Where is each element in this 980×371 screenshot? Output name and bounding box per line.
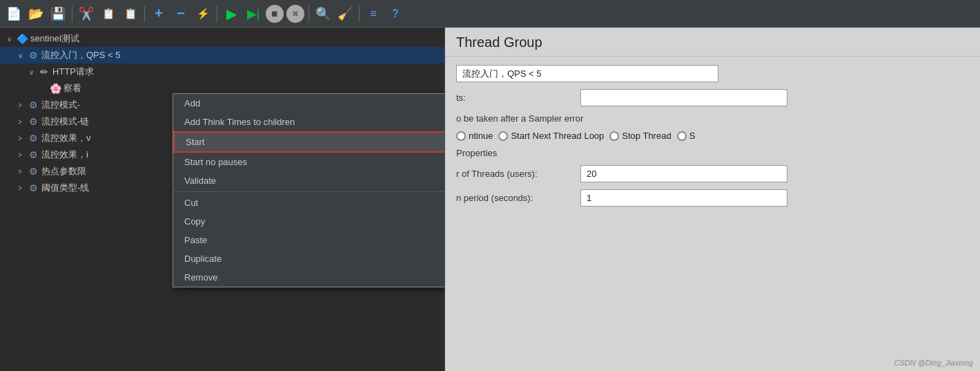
paste-icon[interactable]: 📋 xyxy=(121,4,140,23)
item-5-label: 流控效果，v xyxy=(41,132,91,144)
item-8-icon: ⚙ xyxy=(28,182,39,193)
radio-next-thread-loop-label: Start Next Thread Loop xyxy=(511,131,604,141)
item-3-label: 流控模式- xyxy=(41,99,80,111)
threads-input[interactable] xyxy=(580,165,787,182)
item-4-icon: ⚙ xyxy=(28,116,39,127)
tree-root[interactable]: ∨ 🔷 sentinel测试 xyxy=(0,30,444,47)
menu-item-duplicate[interactable]: Duplicate Ctrl+Shift-C xyxy=(173,249,445,268)
radio-next-thread-loop[interactable]: Start Next Thread Loop xyxy=(498,131,604,141)
item-5-icon: ⚙ xyxy=(28,133,39,144)
folder-icon[interactable]: 📂 xyxy=(26,4,46,23)
toolbar-separator-4 xyxy=(308,6,309,22)
threads-label: r of Threads (users): xyxy=(456,169,580,179)
toolbar: 📄 📂 💾 ✂️ 📋 📋 + − ⚡ ▶ ▶| ⏹ ✖ 🔍 🧹 ≡ ? xyxy=(0,0,980,28)
menu-item-add[interactable]: Add ▶ xyxy=(173,94,445,113)
help-icon[interactable]: ? xyxy=(386,4,405,23)
menu-item-duplicate-label: Duplicate xyxy=(184,254,222,264)
broom-icon[interactable]: 🧹 xyxy=(335,4,355,23)
item-6-icon: ⚙ xyxy=(28,149,39,160)
menu-item-remove-label: Remove xyxy=(184,272,217,283)
item-7-icon: ⚙ xyxy=(28,166,39,177)
root-label: sentinel测试 xyxy=(30,32,79,45)
radio-continue-label: ntinue xyxy=(469,131,493,141)
menu-item-start-no-pauses[interactable]: Start no pauses xyxy=(173,153,445,171)
toolbar-separator-2 xyxy=(144,6,145,22)
play-skip-icon[interactable]: ▶| xyxy=(244,4,263,23)
menu-item-start-no-pauses-label: Start no pauses xyxy=(184,157,247,167)
item-5-chevron: > xyxy=(18,135,28,142)
comments-row: ts: xyxy=(456,89,969,106)
add-icon[interactable]: + xyxy=(149,4,168,23)
ramp-input[interactable] xyxy=(580,189,787,207)
name-input[interactable] xyxy=(456,65,718,82)
threads-row: r of Threads (users): xyxy=(456,165,969,182)
menu-item-think-times-label: Add Think Times to children xyxy=(184,117,295,127)
item-6-chevron: > xyxy=(18,151,28,159)
clear-icon[interactable]: ✖ xyxy=(286,5,304,23)
radio-stop-thread-label: Stop Thread xyxy=(622,131,671,141)
item-7-chevron: > xyxy=(18,168,28,175)
tree-item-1[interactable]: ∨ ✏ HTTP请求 xyxy=(0,64,444,80)
menu-item-cut-label: Cut xyxy=(184,198,198,208)
root-chevron: ∨ xyxy=(7,35,17,43)
radio-stop-test-circle xyxy=(677,131,687,141)
panel-title: Thread Group xyxy=(445,28,980,57)
remote-icon[interactable]: ⚡ xyxy=(193,4,213,23)
item-8-chevron: > xyxy=(18,184,28,192)
error-row: o be taken after a Sampler error xyxy=(456,113,969,124)
properties-label: Properties xyxy=(456,148,580,158)
save-icon[interactable]: 💾 xyxy=(48,4,68,23)
search-icon[interactable]: 🔍 xyxy=(313,4,333,23)
radio-next-thread-loop-circle xyxy=(498,131,508,141)
menu-item-validate[interactable]: Validate xyxy=(173,171,445,190)
menu-item-start[interactable]: Start xyxy=(173,131,445,153)
comments-label: ts: xyxy=(456,93,580,103)
list-icon[interactable]: ≡ xyxy=(364,4,383,23)
error-label: o be taken after a Sampler error xyxy=(456,113,583,124)
item-0-chevron: ∨ xyxy=(18,52,28,59)
item-1-icon: ✏ xyxy=(39,66,50,77)
radio-stop-thread[interactable]: Stop Thread xyxy=(609,131,671,141)
item-2-icon: 🌸 xyxy=(50,83,61,94)
item-6-label: 流控效果，i xyxy=(41,149,88,161)
item-1-label: HTTP请求 xyxy=(52,66,94,78)
radio-stop-test[interactable]: S xyxy=(677,131,696,141)
menu-item-validate-label: Validate xyxy=(184,175,216,186)
radio-stop-test-label: S xyxy=(689,131,696,141)
menu-item-paste[interactable]: Paste Ctrl-V xyxy=(173,231,445,249)
item-1-chevron: ∨ xyxy=(29,68,39,76)
play-icon[interactable]: ▶ xyxy=(222,4,241,23)
radio-continue-circle xyxy=(456,131,466,141)
remove-icon[interactable]: − xyxy=(171,4,190,23)
item-3-icon: ⚙ xyxy=(28,99,39,111)
item-4-label: 流控模式-链 xyxy=(41,115,89,128)
scissors-icon[interactable]: ✂️ xyxy=(77,4,96,23)
menu-item-cut[interactable]: Cut Ctrl-X xyxy=(173,193,445,212)
properties-row: Properties xyxy=(456,148,969,158)
item-0-label: 流控入门，QPS < 5 xyxy=(41,49,121,61)
root-icon: 🔷 xyxy=(17,33,28,44)
item-0-icon: ⚙ xyxy=(28,50,39,61)
menu-item-copy[interactable]: Copy Ctrl-C xyxy=(173,212,445,231)
radio-row: ntinue Start Next Thread Loop Stop Threa… xyxy=(456,131,969,141)
menu-item-start-label: Start xyxy=(186,137,204,147)
panel-content: ts: o be taken after a Sampler error nti… xyxy=(445,57,980,222)
left-panel: ∨ 🔷 sentinel测试 ∨ ⚙ 流控入门，QPS < 5 ∨ ✏ HTTP… xyxy=(0,28,445,371)
new-icon[interactable]: 📄 xyxy=(4,4,23,23)
stop-icon[interactable]: ⏹ xyxy=(266,5,284,23)
menu-separator-1 xyxy=(173,191,445,192)
item-3-chevron: > xyxy=(18,102,28,109)
copy-icon[interactable]: 📋 xyxy=(99,4,118,23)
radio-continue[interactable]: ntinue xyxy=(456,131,493,141)
menu-item-think-times[interactable]: Add Think Times to children xyxy=(173,113,445,131)
menu-item-paste-label: Paste xyxy=(184,235,207,245)
radio-group: ntinue Start Next Thread Loop Stop Threa… xyxy=(456,131,695,141)
toolbar-separator-1 xyxy=(72,6,72,22)
menu-item-remove[interactable]: Remove Delete xyxy=(173,268,445,287)
comments-input[interactable] xyxy=(580,89,787,106)
main-layout: ∨ 🔷 sentinel测试 ∨ ⚙ 流控入门，QPS < 5 ∨ ✏ HTTP… xyxy=(0,28,980,371)
menu-item-copy-label: Copy xyxy=(184,216,205,227)
tree-item-0[interactable]: ∨ ⚙ 流控入门，QPS < 5 xyxy=(0,47,444,64)
ramp-row: n period (seconds): xyxy=(456,189,969,207)
toolbar-separator-5 xyxy=(359,6,360,22)
